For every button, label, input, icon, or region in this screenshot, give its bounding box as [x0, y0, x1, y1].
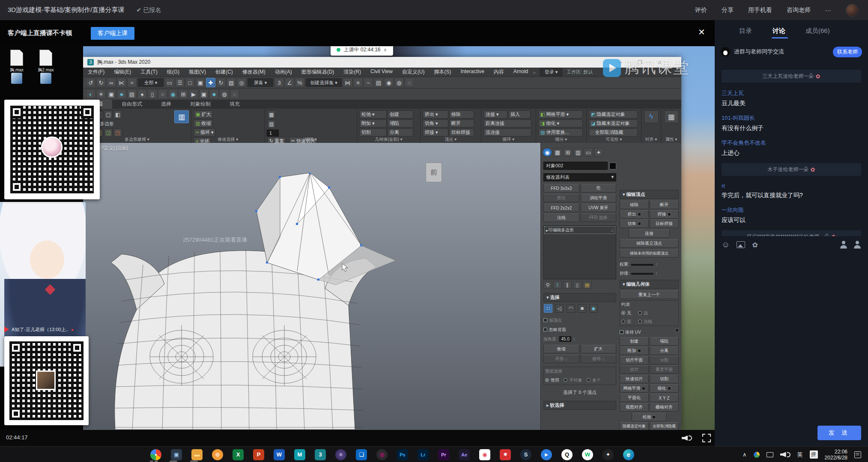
edit-vertices-rollout-header[interactable]: ▾ 编辑顶点: [620, 190, 679, 199]
make-planar-button[interactable]: 平面化: [620, 394, 649, 402]
align-icon[interactable]: ≡: [353, 78, 363, 87]
border-subobject-icon[interactable]: ◠: [567, 304, 575, 313]
send-button[interactable]: 发 送: [817, 426, 861, 440]
selection-filter-dropdown[interactable]: 全部 ▾: [137, 78, 164, 87]
show-end-result-icon[interactable]: 𝕀: [553, 281, 562, 289]
tray-expand-icon[interactable]: ∧: [743, 451, 747, 458]
consult-teacher-button[interactable]: 咨询老师: [787, 6, 811, 14]
remove-modifier-icon[interactable]: ▯: [573, 281, 582, 289]
chat-username[interactable]: 101-叫我园长: [722, 114, 861, 122]
wechat-icon[interactable]: W: [582, 449, 593, 460]
tree-icon[interactable]: ♠: [137, 89, 147, 99]
tray-display-icon[interactable]: [767, 452, 773, 457]
snap-toggle-icon[interactable]: 3: [274, 78, 284, 87]
group-label[interactable]: 顶点 ▾: [421, 136, 481, 142]
menu-item[interactable]: 脚本(S): [429, 68, 456, 76]
grid-icon[interactable]: ⊞: [179, 89, 188, 99]
menu-item[interactable]: Civil View: [366, 68, 397, 76]
loop-button[interactable]: ═ 循环 ▾: [194, 128, 215, 136]
steam-icon[interactable]: S: [520, 449, 531, 460]
light-icon[interactable]: ◐: [86, 89, 95, 99]
file-explorer-icon[interactable]: ▬: [191, 449, 203, 460]
select-by-name-icon[interactable]: ☰: [175, 78, 185, 87]
by-vertex-checkbox[interactable]: [543, 318, 547, 322]
chat-input-area[interactable]: [715, 253, 868, 426]
chrome-icon[interactable]: ●: [150, 449, 161, 460]
ribbon-tab-populate[interactable]: 填充: [220, 100, 249, 109]
named-selection-dropdown[interactable]: 创建选择集 ▾: [305, 78, 342, 87]
menu-item[interactable]: 文件(F): [83, 68, 109, 76]
constraint-normal-radio[interactable]: [638, 320, 642, 323]
preview-icon-3[interactable]: ◲: [104, 128, 113, 137]
powerpoint-icon[interactable]: P: [253, 449, 264, 460]
menu-item[interactable]: 渲染(R): [339, 68, 366, 76]
notification-center-icon[interactable]: [854, 451, 861, 458]
angle-field[interactable]: 45.0: [559, 336, 571, 342]
vertex-subobject-icon[interactable]: ∷: [544, 304, 552, 313]
live-list-item[interactable]: A知了-豆儿老师（13:00上.. ●: [3, 325, 101, 334]
tab-discussion[interactable]: 讨论: [773, 27, 785, 35]
edge-subobject-icon[interactable]: ◁: [555, 304, 564, 313]
group-label[interactable]: 可见性 ▾: [587, 136, 641, 142]
detach-button[interactable]: 分离: [388, 128, 413, 136]
group-label[interactable]: 循环 ▾: [481, 136, 536, 142]
fullscreen-icon[interactable]: [702, 434, 711, 442]
material-editor-icon[interactable]: ◉: [384, 78, 394, 87]
group-label[interactable]: 修改选择 ▾: [191, 136, 265, 142]
login-dropdown[interactable]: 登录 ▾: [540, 68, 563, 76]
element-subobject-icon[interactable]: ◆: [589, 304, 598, 313]
quick-slice-button2[interactable]: 快速切片: [620, 375, 649, 383]
chamfer-vertex-button[interactable]: 切角: [620, 219, 649, 228]
search-icon[interactable]: ⊙: [212, 449, 223, 460]
tessellate-button[interactable]: ◨ 细化 ▾: [538, 119, 583, 127]
book-icon[interactable]: ▤: [127, 89, 137, 99]
menu-item[interactable]: 自定义(U): [397, 68, 430, 76]
constraint-face-radio[interactable]: [621, 320, 625, 323]
render-setup-icon[interactable]: ◍: [394, 78, 404, 87]
connect-button[interactable]: 连接 ▾: [483, 110, 507, 118]
soft-selection-rollout-header[interactable]: ▸ 软选择: [543, 401, 616, 410]
excel-icon[interactable]: X: [233, 449, 244, 460]
ignore-backfacing-checkbox[interactable]: [543, 328, 547, 332]
object-name-field[interactable]: 对象002: [543, 162, 608, 170]
maya-icon[interactable]: M: [294, 449, 305, 460]
user-avatar[interactable]: [846, 4, 859, 17]
use-displacement-button[interactable]: ▨ 使用置换...: [538, 128, 583, 136]
mod-extrude-button[interactable]: 挤出: [543, 194, 579, 202]
rotate-icon[interactable]: ↻: [216, 78, 226, 87]
cut-geo-button[interactable]: 切割: [359, 128, 387, 136]
grid-align-button[interactable]: 栅格对齐: [650, 403, 679, 412]
collapse-geo-button[interactable]: 塌陷: [650, 337, 679, 346]
schematic-view-icon[interactable]: ▤: [374, 78, 383, 87]
ribbon-tab-freeform[interactable]: 自由形式: [112, 100, 152, 109]
modifier-list-dropdown[interactable]: 修改器列表▾: [543, 173, 616, 181]
cut-button2[interactable]: 切割: [650, 375, 679, 383]
polygon-subobject-icon[interactable]: ■: [578, 304, 586, 313]
menu-item[interactable]: 视图(V): [184, 68, 211, 76]
menu-item[interactable]: 图形编辑器(D): [297, 68, 339, 76]
mirror-icon[interactable]: ⋈: [343, 78, 352, 87]
menu-item[interactable]: 修改器(M): [238, 68, 270, 76]
shrink-sel-button[interactable]: 收缩: [543, 345, 579, 353]
tray-color-app-icon[interactable]: [754, 452, 760, 458]
sun-icon[interactable]: ☀: [96, 89, 106, 99]
preview-off-radio[interactable]: [545, 378, 549, 382]
create-button[interactable]: 创建: [388, 110, 413, 118]
link-icon[interactable]: ∞: [107, 78, 116, 87]
remove-button[interactable]: 移除: [449, 110, 474, 118]
sphere-icon[interactable]: ◉: [168, 89, 178, 99]
class-status-badge[interactable]: 上课中 02:44:16 ∧: [331, 46, 393, 56]
utilities-wrench-icon[interactable]: ✦: [594, 148, 603, 157]
repeat-last-button[interactable]: 重复上一个: [620, 290, 679, 299]
properties-big-icon[interactable]: ▦: [664, 110, 679, 123]
move-icon[interactable]: ✚: [206, 78, 215, 87]
view-align-button[interactable]: 视图对齐: [620, 403, 649, 412]
tessellate-button2[interactable]: 细化: [650, 384, 679, 393]
group-label[interactable]: 细分 ▾: [536, 136, 586, 142]
render-frame-icon[interactable]: ◌: [405, 78, 414, 87]
curve-editor-icon[interactable]: ~: [364, 78, 373, 87]
capsule-icon[interactable]: ▯: [148, 89, 157, 99]
unlink-icon[interactable]: ⋉: [117, 78, 126, 87]
hide-selected-button[interactable]: ◩ 隐藏选定对象: [589, 110, 638, 118]
tab-members[interactable]: 成员(66): [805, 27, 830, 35]
